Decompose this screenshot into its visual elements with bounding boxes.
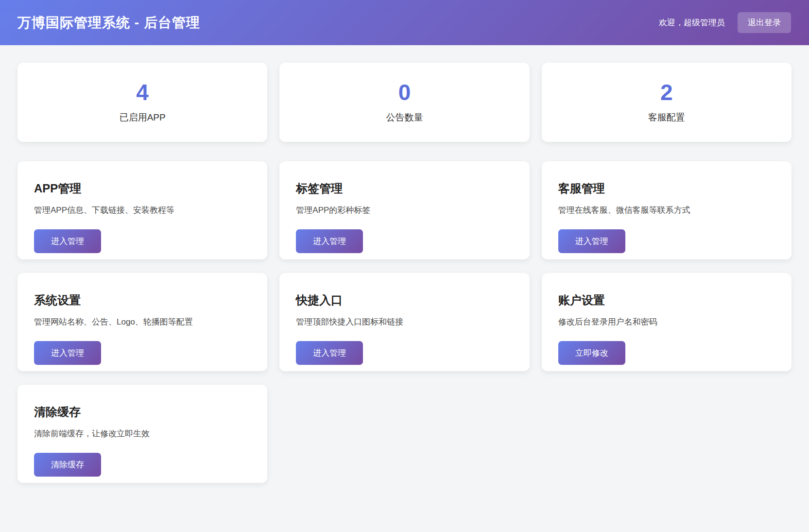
- stat-label: 公告数量: [386, 111, 423, 124]
- stat-card: 4 已启用APP: [17, 63, 267, 142]
- feature-card-description: 修改后台登录用户名和密码: [558, 316, 775, 327]
- feature-card-description: 管理顶部快捷入口图标和链接: [296, 316, 513, 327]
- stat-card: 2 客服配置: [542, 63, 792, 142]
- feature-cards-grid: APP管理 管理APP信息、下载链接、安装教程等 进入管理 标签管理 管理APP…: [17, 161, 792, 483]
- feature-card-title: 客服管理: [558, 181, 775, 196]
- stat-card: 0 公告数量: [279, 63, 529, 142]
- header-user-area: 欢迎，超级管理员 退出登录: [659, 12, 791, 33]
- dashboard-main: 4 已启用APP 0 公告数量 2 客服配置 APP管理 管理APP信息、下载链…: [0, 45, 809, 500]
- feature-card-action-button[interactable]: 进入管理: [296, 229, 363, 253]
- feature-card-description: 管理APP信息、下载链接、安装教程等: [34, 205, 251, 216]
- feature-card-action-button[interactable]: 进入管理: [34, 229, 101, 253]
- feature-card: 标签管理 管理APP的彩种标签 进入管理: [279, 161, 529, 259]
- app-header: 万博国际管理系统 - 后台管理 欢迎，超级管理员 退出登录: [0, 0, 809, 45]
- feature-card-title: 系统设置: [34, 292, 251, 308]
- feature-card: 客服管理 管理在线客服、微信客服等联系方式 进入管理: [542, 161, 792, 259]
- feature-card-description: 清除前端缓存，让修改立即生效: [34, 428, 251, 439]
- feature-card-title: 清除缓存: [34, 404, 251, 420]
- feature-card-title: 标签管理: [296, 181, 513, 196]
- feature-card-action-button[interactable]: 进入管理: [34, 341, 101, 365]
- stat-label: 客服配置: [648, 111, 685, 124]
- feature-card: 系统设置 管理网站名称、公告、Logo、轮播图等配置 进入管理: [17, 273, 267, 371]
- feature-card-action-button[interactable]: 立即修改: [558, 341, 625, 365]
- feature-card-description: 管理APP的彩种标签: [296, 205, 513, 216]
- stat-value: 4: [136, 81, 149, 103]
- stat-value: 0: [398, 81, 411, 103]
- feature-card: APP管理 管理APP信息、下载链接、安装教程等 进入管理: [17, 161, 267, 259]
- stat-value: 2: [660, 81, 673, 103]
- logout-button[interactable]: 退出登录: [738, 12, 791, 33]
- page-title: 万博国际管理系统 - 后台管理: [17, 14, 200, 32]
- feature-card-title: APP管理: [34, 181, 251, 196]
- feature-card-title: 快捷入口: [296, 292, 513, 308]
- feature-card: 账户设置 修改后台登录用户名和密码 立即修改: [542, 273, 792, 371]
- feature-card-action-button[interactable]: 进入管理: [558, 229, 625, 253]
- welcome-message: 欢迎，超级管理员: [659, 17, 725, 28]
- feature-card-action-button[interactable]: 清除缓存: [34, 453, 101, 477]
- stats-row: 4 已启用APP 0 公告数量 2 客服配置: [17, 63, 792, 142]
- feature-card: 清除缓存 清除前端缓存，让修改立即生效 清除缓存: [17, 385, 267, 483]
- stat-label: 已启用APP: [120, 111, 166, 124]
- feature-card-description: 管理在线客服、微信客服等联系方式: [558, 205, 775, 216]
- feature-card-title: 账户设置: [558, 292, 775, 308]
- feature-card-description: 管理网站名称、公告、Logo、轮播图等配置: [34, 316, 251, 327]
- feature-card: 快捷入口 管理顶部快捷入口图标和链接 进入管理: [279, 273, 529, 371]
- feature-card-action-button[interactable]: 进入管理: [296, 341, 363, 365]
